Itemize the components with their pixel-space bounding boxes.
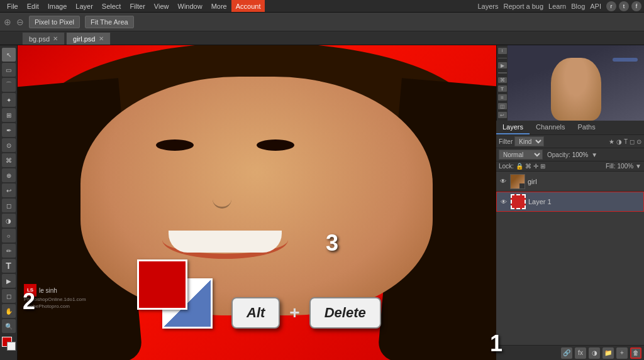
path-select-tool[interactable]: ▶: [2, 274, 16, 288]
glasses-hint: [613, 58, 638, 62]
twitter-icon[interactable]: t: [619, 1, 629, 11]
clone-tool[interactable]: ⊕: [2, 168, 16, 182]
magic-wand-tool[interactable]: ✦: [2, 93, 16, 107]
filter-label: Filter: [499, 138, 513, 145]
move-lock-icon[interactable]: ✛: [533, 163, 538, 170]
layer-folder-icon[interactable]: 📁: [602, 347, 614, 359]
layer-eye-layer1[interactable]: 👁: [499, 197, 508, 206]
tab-bg-psd[interactable]: bg.psd ✕: [22, 32, 65, 45]
history-r-icon[interactable]: ↩: [498, 112, 507, 118]
zoom-tool[interactable]: 🔍: [2, 319, 16, 333]
paths-tab[interactable]: Paths: [572, 121, 602, 134]
tab-girl-psd[interactable]: girl.psd ✕: [66, 32, 110, 45]
tab-close-girl[interactable]: ✕: [99, 35, 104, 42]
main-area: ↖ ▭ ⌒ ✦ ⊞ ✒ ⊙ ⌘ ⊕ ↩ ◻ ◑ ○ ✏ T ▶ ◻ ✋ 🔍: [0, 45, 644, 360]
social-icons: r t f: [606, 1, 641, 11]
layer-new-icon[interactable]: +: [616, 347, 628, 359]
heal-tool[interactable]: ⊙: [2, 138, 16, 152]
menu-blog[interactable]: Blog: [571, 3, 585, 10]
channels-tab[interactable]: Channels: [530, 121, 571, 134]
dodge-tool[interactable]: ○: [2, 229, 16, 243]
filter-dropdown[interactable]: Kind: [514, 136, 544, 146]
lasso-tool[interactable]: ⌒: [2, 78, 16, 92]
tab-close-bg[interactable]: ✕: [53, 35, 58, 42]
menu-about[interactable]: Layers: [477, 3, 498, 10]
menu-account[interactable]: Account: [231, 0, 265, 12]
zoom-out-icon[interactable]: ⊖: [16, 17, 24, 27]
layer-mask-icon[interactable]: ◑: [589, 347, 600, 359]
layer-item-girl[interactable]: 👁 girl: [496, 172, 644, 192]
pen-tool[interactable]: ✏: [2, 244, 16, 258]
badge-2: 2: [23, 288, 35, 315]
right-top-row: i ▶ ⌘ T ≡ ◫ ↩: [496, 45, 644, 121]
text-r-icon[interactable]: T: [498, 85, 507, 92]
foreground-color[interactable]: [2, 337, 16, 351]
layers-tab[interactable]: Layers: [496, 121, 530, 134]
marquee-tool[interactable]: ▭: [2, 63, 16, 77]
filter-type-icon[interactable]: ★: [609, 138, 614, 145]
play-icon[interactable]: ▶: [498, 62, 507, 68]
layer-fx-icon[interactable]: fx: [575, 347, 586, 359]
menu-bar: File Edit Image Layer Select Filter View…: [0, 0, 644, 13]
brush-lock-icon[interactable]: ⌘: [525, 163, 531, 170]
gradient-tool[interactable]: ◑: [2, 214, 16, 227]
layers-tabs-bar: Layers Channels Paths: [496, 121, 644, 135]
foreground-color-swatch[interactable]: [137, 259, 187, 310]
text-tool[interactable]: T: [2, 259, 16, 273]
menu-select[interactable]: Select: [97, 0, 126, 12]
filter-text-icon[interactable]: T: [624, 138, 628, 145]
layer-link-icon[interactable]: 🔗: [561, 347, 572, 359]
layer-eye-girl[interactable]: 👁: [499, 177, 508, 186]
eyedropper-tool[interactable]: ✒: [2, 123, 16, 137]
menu-window[interactable]: Window: [174, 0, 207, 12]
tabs-bar: bg.psd ✕ girl.psd ✕: [0, 31, 644, 45]
brush-tool[interactable]: ⌘: [2, 153, 16, 167]
menu-api[interactable]: API: [590, 3, 601, 10]
eraser-tool[interactable]: ◻: [2, 199, 16, 212]
fill-arrow[interactable]: ▼: [635, 163, 641, 170]
toolbar-bar: ⊕ ⊖ Pixel to Pixel Fit The Area: [0, 13, 644, 31]
hand-tool[interactable]: ✋: [2, 304, 16, 318]
brush-r-icon[interactable]: ⌘: [498, 77, 507, 84]
face-skin: [80, 77, 433, 315]
channels-r-icon[interactable]: ◫: [498, 103, 507, 109]
reddit-icon[interactable]: r: [606, 1, 616, 11]
opacity-label: Opacity:: [547, 151, 570, 158]
layer-item-layer1[interactable]: 👁 Layer 1: [496, 192, 644, 212]
layer-trash-icon[interactable]: 🗑: [630, 347, 641, 359]
move-tool[interactable]: ↖: [2, 48, 16, 62]
info-icon[interactable]: i: [498, 48, 507, 54]
blend-mode-dropdown[interactable]: Normal: [499, 150, 543, 160]
menu-view[interactable]: View: [150, 0, 174, 12]
all-lock-icon[interactable]: ⊞: [540, 163, 545, 170]
filter-smart-icon[interactable]: ⊙: [636, 138, 641, 145]
menu-edit[interactable]: Edit: [23, 0, 43, 12]
delete-key: Delete: [309, 297, 381, 329]
crop-tool[interactable]: ⊞: [2, 108, 16, 122]
menu-learn[interactable]: Learn: [548, 3, 566, 10]
menu-image[interactable]: Image: [43, 0, 72, 12]
divider2: [498, 72, 507, 73]
fill-label: Fill:: [606, 163, 616, 170]
shape-tool[interactable]: ◻: [2, 289, 16, 303]
filter-adj-icon[interactable]: ◑: [616, 138, 622, 145]
menu-layer[interactable]: Layer: [71, 0, 97, 12]
badge-3: 3: [326, 230, 338, 256]
fit-area-button[interactable]: Fit The Area: [85, 16, 134, 28]
layers-r-icon[interactable]: ≡: [498, 94, 507, 101]
menu-filter[interactable]: Filter: [125, 0, 149, 12]
opacity-arrow[interactable]: ▼: [591, 151, 597, 158]
pixel-to-pixel-button[interactable]: Pixel to Pixel: [29, 16, 80, 28]
facebook-icon[interactable]: f: [631, 1, 641, 11]
lock-label: Lock:: [499, 163, 514, 170]
history-brush-tool[interactable]: ↩: [2, 183, 16, 197]
right-side-icons: i ▶ ⌘ T ≡ ◫ ↩: [496, 45, 508, 121]
layer-thumb-layer1: [511, 194, 526, 209]
menu-more[interactable]: More: [207, 0, 231, 12]
menu-file[interactable]: File: [3, 0, 23, 12]
filter-shape-icon[interactable]: ◻: [630, 138, 635, 145]
layer-name-girl: girl: [528, 178, 641, 185]
lock-icon[interactable]: 🔒: [516, 163, 523, 170]
zoom-in-icon[interactable]: ⊕: [4, 17, 11, 27]
menu-reportbug[interactable]: Report a bug: [503, 3, 543, 10]
